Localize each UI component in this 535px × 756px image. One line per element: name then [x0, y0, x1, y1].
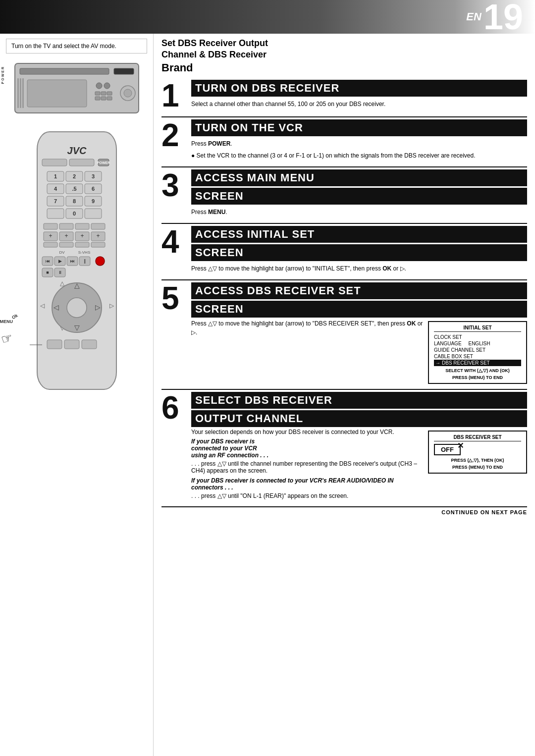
step-6-number: 6 — [161, 392, 191, 424]
svg-text:△: △ — [74, 281, 79, 289]
svg-text:3: 3 — [91, 173, 94, 179]
svg-rect-59 — [75, 242, 89, 247]
step-6-av-body: . . . press △▽ until "ON L-1 (REAR)" app… — [191, 492, 423, 499]
step-6: 6 SELECT DBS RECEIVER OUTPUT CHANNEL You… — [161, 392, 527, 499]
screen-item-language: LANGUAGE ENGLISH — [434, 340, 521, 347]
hand-pointer: ☞ — [0, 330, 14, 348]
svg-text:POWER: POWER — [97, 161, 109, 164]
step-6-heading: SELECT DBS RECEIVER — [191, 392, 527, 409]
page-title-block: Set DBS Receiver Output Channel & DBS Re… — [161, 38, 527, 75]
step-5-heading: ACCESS DBS RECEIVER SET — [191, 282, 527, 299]
svg-text:+: + — [49, 232, 52, 239]
step-1-heading: TURN ON DBS RECEIVER — [191, 80, 527, 97]
step-6-heading2: OUTPUT CHANNEL — [191, 410, 527, 427]
svg-rect-19 — [42, 159, 67, 166]
vcr-illustration: POWER — [6, 61, 147, 117]
continued-notice: CONTINUED ON NEXT PAGE — [161, 506, 527, 515]
svg-rect-9 — [95, 92, 100, 95]
svg-text:4: 4 — [54, 186, 57, 192]
svg-text:■: ■ — [46, 270, 49, 275]
step-3-heading: ACCESS MAIN MENU — [191, 169, 527, 186]
svg-text:▽: ▽ — [74, 324, 79, 331]
step-4-heading: ACCESS INITIAL SET — [191, 226, 527, 243]
svg-text:DV: DV — [59, 250, 65, 255]
dbs-press-note1: PRESS (△,▽), THEN (OK) — [434, 458, 521, 463]
initial-set-screen: INITIAL SET CLOCK SET LANGUAGE ENGLISH G… — [428, 321, 527, 384]
svg-point-8 — [104, 83, 110, 89]
remote-svg: JVC POWER 1 2 3 4 .5 — [25, 127, 129, 404]
svg-rect-4 — [20, 78, 21, 108]
svg-text:⏮: ⏮ — [45, 259, 50, 264]
step-2-number: 2 — [161, 119, 191, 151]
svg-text:⏸: ⏸ — [57, 270, 62, 275]
step-2-heading: TURN ON THE VCR — [191, 119, 527, 136]
svg-text:▶: ▶ — [58, 259, 61, 264]
divider-4 — [161, 279, 527, 280]
screen-item-guide: GUIDE CHANNEL SET — [434, 347, 521, 353]
left-column: Turn on the TV and select the AV mode. P… — [0, 34, 154, 756]
svg-rect-1 — [20, 68, 109, 74]
step-3-content: ACCESS MAIN MENU SCREEN Press MENU. — [191, 169, 527, 218]
svg-rect-88 — [82, 340, 97, 349]
svg-rect-12 — [95, 97, 100, 100]
step-4-number: 4 — [161, 226, 191, 258]
svg-text:+: + — [96, 232, 100, 239]
svg-rect-11 — [107, 92, 112, 95]
step-2-content: TURN ON THE VCR Press POWER. ● Set the V… — [191, 119, 527, 162]
power-side-label: POWER — [1, 66, 4, 84]
svg-point-7 — [96, 83, 102, 89]
svg-text:9: 9 — [91, 198, 94, 204]
svg-text:⏭: ⏭ — [70, 259, 74, 264]
svg-rect-44 — [85, 209, 102, 218]
page-number: 19 — [483, 0, 523, 35]
step-5-heading2: SCREEN — [191, 301, 527, 318]
step-1-body: Select a channel other than channel 55, … — [191, 98, 527, 110]
dbs-press-note2: PRESS (MENU) TO END — [434, 465, 521, 470]
ok-bold-5: OK — [407, 320, 416, 327]
svg-rect-41 — [47, 209, 64, 218]
svg-rect-14 — [107, 97, 112, 100]
en-label: EN — [466, 10, 482, 23]
step-6-content: SELECT DBS RECEIVER OUTPUT CHANNEL Your … — [191, 392, 527, 499]
right-column: Set DBS Receiver Output Channel & DBS Re… — [154, 34, 535, 756]
svg-rect-13 — [101, 97, 106, 100]
off-label: OFF — [441, 446, 454, 453]
screen-note-press: PRESS (MENU) TO END — [434, 375, 521, 380]
page-title: Set DBS Receiver Output Channel & DBS Re… — [161, 38, 527, 75]
step-3: 3 ACCESS MAIN MENU SCREEN Press MENU. — [161, 169, 527, 218]
svg-rect-57 — [44, 242, 57, 247]
svg-text:+: + — [80, 232, 84, 239]
step-5-number: 5 — [161, 282, 191, 314]
main-layout: Turn on the TV and select the AV mode. P… — [0, 34, 535, 756]
step-5: 5 ACCESS DBS RECEIVER SET SCREEN Press △… — [161, 282, 527, 384]
svg-point-71 — [96, 257, 105, 266]
step-1-number: 1 — [161, 80, 191, 111]
svg-text:S-VHS: S-VHS — [78, 250, 90, 255]
step-5-body-layout: Press △▽ to move the highlight bar (arro… — [191, 319, 527, 384]
svg-text:7: 7 — [54, 198, 56, 204]
svg-text:8: 8 — [72, 198, 75, 204]
step-3-number: 3 — [161, 169, 191, 201]
svg-text:.5: .5 — [72, 186, 76, 192]
svg-text:2: 2 — [72, 173, 75, 179]
continued-text: CONTINUED ON NEXT PAGE — [441, 509, 527, 515]
svg-text:◁: ◁ — [40, 302, 45, 309]
step-4-content: ACCESS INITIAL SET SCREEN Press △▽ to mo… — [191, 226, 527, 274]
step-2-body2: ● Set the VCR to the channel (3 or 4 or … — [191, 150, 527, 162]
vcr-svg — [10, 61, 144, 115]
svg-point-81 — [67, 298, 87, 318]
svg-text:6: 6 — [91, 186, 94, 192]
svg-rect-46 — [59, 223, 73, 229]
svg-rect-60 — [91, 242, 105, 247]
arrow-right-icon: → — [435, 360, 440, 366]
svg-rect-2 — [114, 68, 134, 74]
step-6-rf-body: . . . press △▽ until the channel number … — [191, 460, 423, 474]
svg-rect-48 — [91, 223, 105, 229]
svg-text:‖: ‖ — [83, 259, 86, 264]
step-2: 2 TURN ON THE VCR Press POWER. ● Set the… — [161, 119, 527, 162]
step-2-body1: Press POWER. — [191, 138, 527, 150]
off-x-mark: ✕ — [457, 441, 464, 450]
divider-3 — [161, 223, 527, 224]
svg-rect-47 — [75, 223, 89, 229]
screen-title: INITIAL SET — [434, 325, 521, 332]
